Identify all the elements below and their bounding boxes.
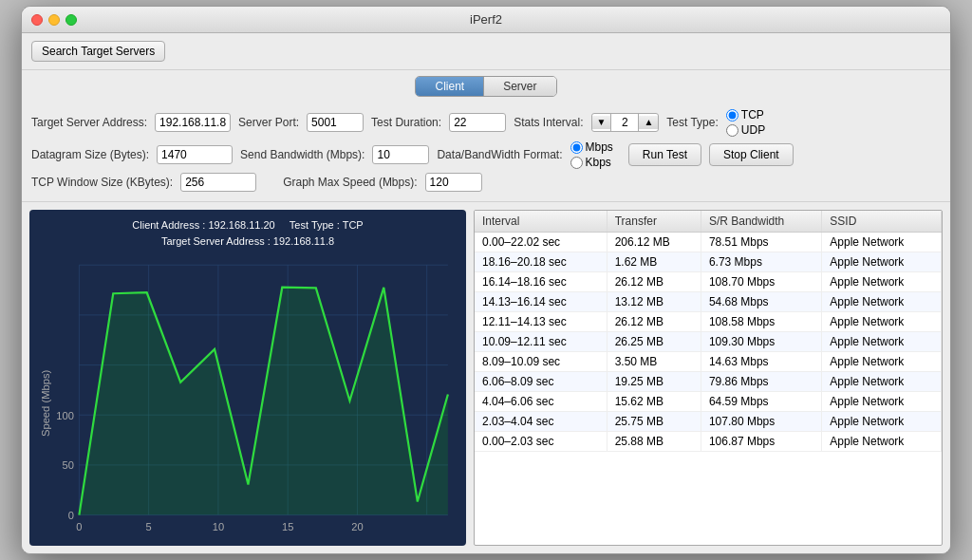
send-bandwidth-label: Send Bandwidth (Mbps): [240,148,364,161]
cell-bandwidth: 108.58 Mbps [701,312,821,332]
tcp-window-input[interactable] [180,173,256,192]
stepper-down-button[interactable]: ▼ [592,116,611,129]
cell-interval: 0.00–2.03 sec [475,432,607,452]
datagram-label: Datagram Size (Bytes): [31,148,149,161]
table-header-row: Interval Transfer S/R Bandwidth SSID [475,211,942,233]
cell-transfer: 1.62 MB [607,252,701,272]
svg-text:10: 10 [213,521,224,532]
stepper-value: 2 [610,114,639,131]
svg-text:15: 15 [282,521,293,532]
cell-ssid: Apple Network [822,412,942,432]
table-row: 4.04–6.06 sec15.62 MB64.59 MbpsApple Net… [475,392,942,412]
tcp-label: TCP [741,108,764,121]
stats-interval-stepper: ▼ 2 ▲ [591,113,660,132]
udp-radio-label[interactable]: UDP [726,123,765,137]
cell-interval: 8.09–10.09 sec [475,352,607,372]
controls-row-3: TCP Window Size (KBytes): Graph Max Spee… [31,173,941,192]
controls-area: Target Server Address: Server Port: Test… [22,103,950,202]
cell-interval: 14.13–16.14 sec [475,292,607,312]
table-row: 18.16–20.18 sec1.62 MB6.73 MbpsApple Net… [475,252,942,272]
cell-ssid: Apple Network [822,272,942,292]
cell-interval: 10.09–12.11 sec [475,332,607,352]
cell-ssid: Apple Network [822,252,942,272]
table-row: 0.00–22.02 sec206.12 MB78.51 MbpsApple N… [475,233,942,252]
stepper-up-button[interactable]: ▲ [639,116,658,129]
graph-max-label: Graph Max Speed (Mbps): [283,176,417,189]
cell-bandwidth: 109.30 Mbps [701,332,821,352]
svg-text:100: 100 [56,410,74,421]
controls-row-1: Target Server Address: Server Port: Test… [31,108,941,137]
table-row: 0.00–2.03 sec25.88 MB106.87 MbpsApple Ne… [475,432,942,452]
kbps-radio[interactable] [570,157,583,169]
cell-transfer: 26.12 MB [607,272,701,292]
udp-label: UDP [741,123,765,137]
table-row: 16.14–18.16 sec26.12 MB108.70 MbpsApple … [475,272,942,292]
minimize-button[interactable] [48,14,60,26]
cell-transfer: 206.12 MB [607,233,701,252]
col-ssid: SSID [822,211,942,233]
cell-interval: 4.04–6.06 sec [475,392,607,412]
tcp-window-label: TCP Window Size (KBytes): [31,176,173,189]
cell-bandwidth: 106.87 Mbps [701,432,821,452]
title-bar: iPerf2 [22,7,950,33]
target-server-label: Target Server Address: [31,116,147,129]
mbps-radio[interactable] [570,141,583,154]
toolbar: Search Target Servers [22,33,950,70]
cell-ssid: Apple Network [822,292,942,312]
server-port-label: Server Port: [238,116,299,129]
table-row: 8.09–10.09 sec3.50 MB14.63 MbpsApple Net… [475,352,942,372]
data-format-label: Data/BandWidth Format: [437,148,562,161]
cell-interval: 16.14–18.16 sec [475,272,607,292]
cell-interval: 6.06–8.09 sec [475,372,607,392]
cell-bandwidth: 14.63 Mbps [701,352,821,372]
stop-client-button[interactable]: Stop Client [709,143,794,166]
tabs-row: Client Server [22,70,950,103]
graph-area: 0 50 100 0 5 10 15 20 Speed (Mbps) [37,254,458,552]
cell-transfer: 13.12 MB [607,292,701,312]
test-type-group: TCP UDP [726,108,765,137]
cell-ssid: Apple Network [822,312,942,332]
cell-ssid: Apple Network [822,372,942,392]
run-test-button[interactable]: Run Test [628,143,701,166]
cell-interval: 12.11–14.13 sec [475,312,607,332]
target-server-input[interactable] [155,113,231,132]
results-table-panel[interactable]: Interval Transfer S/R Bandwidth SSID 0.0… [474,210,943,546]
tcp-radio[interactable] [726,109,738,121]
tcp-radio-label[interactable]: TCP [726,108,765,121]
cell-transfer: 25.88 MB [607,432,701,452]
tab-server[interactable]: Server [484,77,555,96]
table-row: 2.03–4.04 sec25.75 MB107.80 MbpsApple Ne… [475,412,942,432]
test-duration-input[interactable] [449,113,506,132]
tab-client[interactable]: Client [416,77,484,96]
tab-group: Client Server [415,76,556,97]
udp-radio[interactable] [726,124,738,137]
table-row: 14.13–16.14 sec13.12 MB54.68 MbpsApple N… [475,292,942,312]
graph-header: Client Address : 192.168.11.20 Test Type… [37,217,458,249]
data-format-group: Mbps Kbps [570,140,613,169]
main-area: Client Address : 192.168.11.20 Test Type… [22,202,950,553]
maximize-button[interactable] [65,14,77,26]
col-interval: Interval [475,211,607,233]
datagram-input[interactable] [157,145,233,164]
cell-bandwidth: 78.51 Mbps [701,233,821,252]
stats-interval-label: Stats Interval: [514,116,583,129]
cell-bandwidth: 108.70 Mbps [701,272,821,292]
cell-transfer: 15.62 MB [607,392,701,412]
controls-row-2: Datagram Size (Bytes): Send Bandwidth (M… [31,140,941,169]
svg-text:0: 0 [76,521,82,532]
mbps-radio-label[interactable]: Mbps [570,140,613,154]
kbps-radio-label[interactable]: Kbps [570,156,613,169]
cell-interval: 2.03–4.04 sec [475,412,607,432]
send-bandwidth-input[interactable] [372,145,429,164]
graph-max-input[interactable] [425,173,482,192]
close-button[interactable] [31,14,43,26]
server-port-input[interactable] [307,113,364,132]
cell-bandwidth: 6.73 Mbps [701,252,821,272]
cell-ssid: Apple Network [822,352,942,372]
table-row: 10.09–12.11 sec26.25 MB109.30 MbpsApple … [475,332,942,352]
graph-panel: Client Address : 192.168.11.20 Test Type… [29,210,466,546]
cell-interval: 18.16–20.18 sec [475,252,607,272]
svg-text:0: 0 [68,510,74,521]
search-target-servers-button[interactable]: Search Target Servers [31,41,165,62]
svg-text:5: 5 [146,521,152,532]
